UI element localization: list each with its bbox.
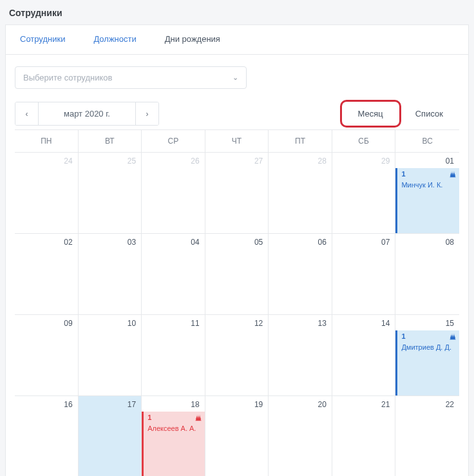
day-number: 05	[205, 238, 265, 247]
day-number: 01	[395, 157, 455, 166]
calendar-cell[interactable]: 17	[79, 396, 142, 476]
birthday-event[interactable]: 1Алексеев А. А.	[142, 412, 205, 476]
calendar-cell[interactable]: 07	[332, 234, 396, 315]
calendar-cell[interactable]: 14	[332, 315, 396, 396]
main-card: Сотрудники Должности Дни рождения Выбери…	[5, 24, 469, 476]
tabs: Сотрудники Должности Дни рождения	[6, 25, 468, 55]
employee-select[interactable]: Выберите сотрудников ⌄	[15, 66, 247, 89]
event-person-name: Минчук И. К.	[401, 181, 457, 189]
day-number: 11	[142, 319, 201, 328]
tab-employees[interactable]: Сотрудники	[6, 25, 79, 54]
birthday-event[interactable]: 1Минчук И. К.	[395, 168, 459, 233]
next-month-button[interactable]: ›	[135, 102, 158, 125]
calendar-cell[interactable]: 12	[205, 315, 269, 396]
day-number: 13	[269, 319, 328, 328]
tab-birthdays[interactable]: Дни рождения	[151, 25, 234, 54]
day-number: 10	[79, 319, 138, 328]
day-number: 12	[205, 319, 265, 328]
day-number: 07	[332, 238, 392, 247]
day-number: 18	[142, 400, 201, 409]
calendar-cell[interactable]: 011Минчук И. К.	[395, 153, 459, 234]
weekday-label: ЧТ	[205, 130, 269, 152]
calendar-cell[interactable]: 10	[79, 315, 142, 396]
chevron-down-icon: ⌄	[232, 73, 238, 82]
event-count: 1	[147, 414, 151, 421]
calendar-cell[interactable]: 03	[79, 234, 142, 315]
calendar-cell[interactable]: 21	[332, 396, 396, 476]
cake-icon	[194, 414, 202, 421]
day-number: 03	[79, 238, 138, 247]
calendar-cell[interactable]: 05	[205, 234, 269, 315]
calendar-cell[interactable]: 29	[332, 153, 396, 234]
weekday-label: ВС	[395, 130, 459, 152]
cake-icon	[194, 414, 202, 423]
month-nav: ‹ март 2020 г. ›	[15, 102, 159, 126]
day-number: 16	[15, 400, 74, 409]
day-number: 09	[15, 319, 74, 328]
calendar-cell[interactable]: 11	[142, 315, 205, 396]
cake-icon	[449, 332, 457, 340]
calendar-cell[interactable]: 22	[395, 396, 459, 476]
calendar-cell[interactable]: 151Дмитриев Д. Д.	[395, 315, 459, 396]
day-number: 27	[205, 157, 265, 166]
calendar-toolbar: ‹ март 2020 г. › Месяц Список	[15, 102, 459, 126]
weekday-label: СР	[142, 130, 205, 152]
day-number: 15	[395, 319, 455, 328]
calendar-cell[interactable]: 28	[269, 153, 332, 234]
weekday-label: ВТ	[79, 130, 142, 152]
current-month-label: март 2020 г.	[39, 102, 135, 125]
tab-positions[interactable]: Должности	[79, 25, 150, 54]
day-number: 29	[332, 157, 392, 166]
event-person-name: Дмитриев Д. Д.	[401, 343, 457, 351]
weekday-label: ПН	[15, 130, 79, 152]
view-switch: Месяц Список	[342, 102, 459, 126]
select-placeholder: Выберите сотрудников	[23, 73, 112, 82]
calendar-cell[interactable]: 09	[15, 315, 79, 396]
calendar-cell[interactable]: 25	[79, 153, 142, 234]
day-number: 24	[15, 157, 74, 166]
calendar-cell[interactable]: 19	[205, 396, 269, 476]
day-number: 21	[332, 400, 392, 409]
day-number: 19	[205, 400, 265, 409]
day-number: 26	[142, 157, 201, 166]
calendar-cell[interactable]: 24	[15, 153, 79, 234]
cake-icon	[449, 170, 457, 180]
day-number: 06	[269, 238, 328, 247]
view-list-button[interactable]: Список	[399, 102, 459, 126]
day-number: 25	[79, 157, 138, 166]
day-number: 28	[269, 157, 328, 166]
calendar-cell[interactable]: 04	[142, 234, 205, 315]
view-month-label: Месяц	[358, 109, 383, 119]
view-month-button[interactable]: Месяц	[342, 102, 399, 126]
weekday-label: СБ	[332, 130, 396, 152]
calendar-cell[interactable]: 181Алексеев А. А.	[142, 396, 205, 476]
page-title: Сотрудники	[0, 0, 474, 24]
calendar-cell[interactable]: 06	[269, 234, 332, 315]
day-number: 14	[332, 319, 392, 328]
tab-content: Выберите сотрудников ⌄ ‹ март 2020 г. › …	[6, 55, 468, 476]
cake-icon	[449, 170, 457, 178]
event-person-name: Алексеев А. А.	[147, 424, 202, 432]
cake-icon	[449, 332, 457, 342]
prev-month-button[interactable]: ‹	[15, 102, 39, 125]
calendar: ПНВТСРЧТПТСБВС 242526272829011Минчук И. …	[15, 129, 459, 476]
weekday-header: ПНВТСРЧТПТСБВС	[15, 130, 459, 153]
weekday-label: ПТ	[269, 130, 332, 152]
day-number: 02	[15, 238, 74, 247]
calendar-grid: 242526272829011Минчук И. К.0203040506070…	[15, 153, 459, 476]
birthday-event[interactable]: 1Дмитриев Д. Д.	[395, 330, 459, 395]
calendar-cell[interactable]: 26	[142, 153, 205, 234]
calendar-cell[interactable]: 02	[15, 234, 79, 315]
calendar-cell[interactable]: 27	[205, 153, 269, 234]
event-count: 1	[401, 332, 405, 340]
event-count: 1	[401, 170, 405, 178]
day-number: 04	[142, 238, 201, 247]
calendar-cell[interactable]: 20	[269, 396, 332, 476]
day-number: 22	[395, 400, 455, 409]
day-number: 17	[79, 400, 138, 409]
calendar-cell[interactable]: 13	[269, 315, 332, 396]
day-number: 08	[395, 238, 455, 247]
calendar-cell[interactable]: 08	[395, 234, 459, 315]
day-number: 20	[269, 400, 328, 409]
calendar-cell[interactable]: 16	[15, 396, 79, 476]
